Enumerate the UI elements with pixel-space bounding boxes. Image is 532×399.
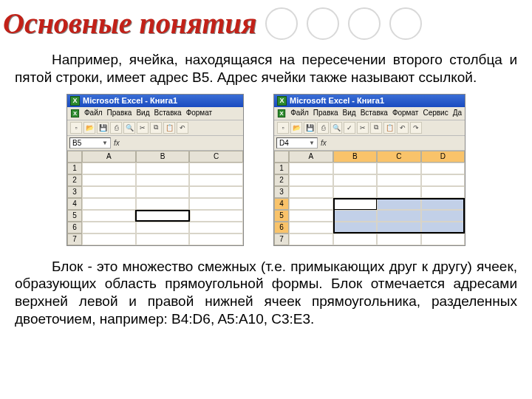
row-header[interactable]: 5 bbox=[274, 210, 289, 222]
open-icon[interactable]: 📂 bbox=[290, 122, 302, 134]
spreadsheet-grid[interactable]: 1 2 3 4 5 6 7 A B C bbox=[67, 151, 243, 245]
cell[interactable] bbox=[289, 163, 333, 174]
spreadsheet-grid[interactable]: 1 2 3 4 5 6 7 A B C D bbox=[274, 151, 465, 245]
cell[interactable] bbox=[289, 233, 333, 245]
cell[interactable] bbox=[377, 163, 421, 174]
cell[interactable] bbox=[421, 163, 466, 174]
name-box[interactable]: D4 ▼ bbox=[276, 137, 318, 149]
cell[interactable] bbox=[190, 210, 243, 222]
paste-icon[interactable]: 📋 bbox=[163, 122, 175, 134]
cell[interactable] bbox=[82, 198, 136, 210]
open-icon[interactable]: 📂 bbox=[83, 122, 95, 134]
menu-edit[interactable]: Правка bbox=[313, 109, 338, 118]
cell[interactable] bbox=[333, 163, 378, 174]
menu-data[interactable]: Да bbox=[453, 109, 462, 118]
menu-format[interactable]: Формат bbox=[392, 109, 419, 118]
cell[interactable] bbox=[377, 186, 421, 198]
row-header[interactable]: 2 bbox=[67, 174, 82, 186]
cell[interactable] bbox=[377, 210, 421, 222]
cell[interactable] bbox=[136, 233, 190, 245]
cut-icon[interactable]: ✂ bbox=[357, 122, 369, 134]
row-header[interactable]: 7 bbox=[67, 233, 82, 245]
row-header[interactable]: 4 bbox=[67, 198, 82, 210]
cell[interactable] bbox=[189, 163, 243, 174]
cell[interactable] bbox=[333, 222, 378, 233]
cell[interactable] bbox=[333, 233, 378, 245]
col-header[interactable]: B bbox=[333, 151, 378, 163]
undo-icon[interactable]: ↶ bbox=[177, 122, 188, 134]
cell[interactable] bbox=[289, 198, 333, 210]
cell[interactable] bbox=[189, 198, 243, 210]
print-icon[interactable]: ⎙ bbox=[317, 122, 329, 134]
col-header[interactable]: C bbox=[189, 151, 243, 163]
new-icon[interactable]: ▫ bbox=[70, 122, 82, 134]
cell[interactable] bbox=[136, 163, 190, 174]
active-cell-b5[interactable] bbox=[135, 210, 190, 222]
undo-icon[interactable]: ↶ bbox=[397, 122, 409, 134]
save-icon[interactable]: 💾 bbox=[97, 122, 109, 134]
cell[interactable] bbox=[421, 233, 466, 245]
cell[interactable] bbox=[82, 174, 136, 186]
row-header[interactable]: 3 bbox=[274, 186, 289, 198]
col-header[interactable]: A bbox=[289, 151, 333, 163]
select-all-corner[interactable] bbox=[274, 151, 289, 163]
cell[interactable] bbox=[377, 233, 421, 245]
col-header[interactable]: D bbox=[421, 151, 466, 163]
cell[interactable] bbox=[82, 163, 136, 174]
menu-edit[interactable]: Правка bbox=[107, 109, 132, 118]
paste-icon[interactable]: 📋 bbox=[383, 122, 395, 134]
copy-icon[interactable]: ⧉ bbox=[150, 122, 162, 134]
cell[interactable] bbox=[82, 222, 136, 233]
redo-icon[interactable]: ↷ bbox=[410, 122, 422, 134]
cell[interactable] bbox=[289, 210, 333, 222]
cell[interactable] bbox=[377, 222, 421, 233]
spell-icon[interactable]: ✓ bbox=[344, 122, 355, 134]
col-header[interactable]: B bbox=[136, 151, 190, 163]
cell[interactable] bbox=[82, 233, 136, 245]
cell[interactable] bbox=[421, 210, 466, 222]
cell[interactable] bbox=[136, 174, 190, 186]
menu-view[interactable]: Вид bbox=[343, 109, 356, 118]
row-header[interactable]: 3 bbox=[67, 186, 82, 198]
cell[interactable] bbox=[82, 210, 135, 222]
cell[interactable] bbox=[377, 174, 421, 186]
row-header[interactable]: 6 bbox=[67, 222, 82, 233]
new-icon[interactable]: ▫ bbox=[277, 122, 289, 134]
save-icon[interactable]: 💾 bbox=[304, 122, 316, 134]
name-box[interactable]: B5 ▼ bbox=[69, 137, 111, 149]
row-header[interactable]: 7 bbox=[274, 233, 289, 245]
menu-insert[interactable]: Вставка bbox=[154, 109, 181, 118]
cell[interactable] bbox=[289, 186, 333, 198]
cell[interactable] bbox=[377, 198, 421, 210]
cell[interactable] bbox=[189, 233, 243, 245]
chevron-down-icon[interactable]: ▼ bbox=[102, 140, 108, 146]
cell[interactable] bbox=[189, 222, 243, 233]
row-header[interactable]: 1 bbox=[67, 163, 82, 174]
menu-view[interactable]: Вид bbox=[136, 109, 149, 118]
cut-icon[interactable]: ✂ bbox=[137, 122, 149, 134]
menu-insert[interactable]: Вставка bbox=[361, 109, 388, 118]
cell[interactable] bbox=[136, 198, 190, 210]
cell[interactable] bbox=[136, 186, 190, 198]
select-all-corner[interactable] bbox=[67, 151, 82, 163]
menu-tools[interactable]: Сервис bbox=[423, 109, 448, 118]
cell[interactable] bbox=[136, 222, 190, 233]
menu-format[interactable]: Формат bbox=[186, 109, 213, 118]
print-icon[interactable]: ⎙ bbox=[110, 122, 122, 134]
preview-icon[interactable]: 🔍 bbox=[330, 122, 342, 134]
cell[interactable] bbox=[421, 198, 466, 210]
cell[interactable] bbox=[189, 174, 243, 186]
cell[interactable] bbox=[82, 186, 136, 198]
range-anchor-cell[interactable] bbox=[333, 198, 378, 210]
preview-icon[interactable]: 🔍 bbox=[123, 122, 135, 134]
cell[interactable] bbox=[333, 210, 378, 222]
cell[interactable] bbox=[333, 186, 378, 198]
cell[interactable] bbox=[421, 222, 466, 233]
chevron-down-icon[interactable]: ▼ bbox=[309, 140, 315, 146]
menu-file[interactable]: Файл bbox=[84, 109, 103, 118]
menu-file[interactable]: Файл bbox=[290, 109, 309, 118]
cell[interactable] bbox=[333, 174, 378, 186]
cell[interactable] bbox=[421, 186, 466, 198]
cell[interactable] bbox=[289, 222, 333, 233]
cell[interactable] bbox=[189, 186, 243, 198]
